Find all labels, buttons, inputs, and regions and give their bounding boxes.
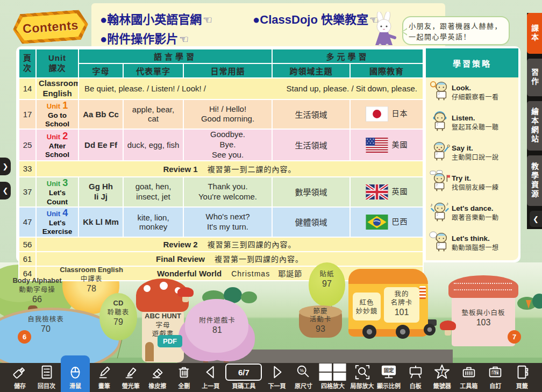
table-row: 17 Unit 1Go to School Aa Bb Cc apple, be…: [19, 99, 423, 130]
label-festival-cards: 節慶 活動卡 93: [301, 308, 340, 334]
tool-four-pane-zoom[interactable]: 四格放大: [318, 363, 348, 392]
strategy-say-it: Say it.主動開口說一說: [426, 138, 518, 168]
bush: [241, 291, 257, 303]
eraser-icon: [149, 363, 166, 381]
right-tab-bar: 課本 習作 繪本網站 教學資源 ❮: [527, 13, 542, 229]
col-header-daily: 日常用語: [183, 63, 272, 78]
tool-eraser[interactable]: 橡皮擦: [145, 363, 170, 392]
svg-text:自訂: 自訂: [491, 370, 499, 375]
col-header-strategy: 學習策略: [426, 48, 518, 77]
link-attachment-videos[interactable]: ●附件操作影片☜: [100, 29, 189, 46]
bottom-toolbar: 儲存 回目次 滑鼠 畫筆 螢光筆 橡皮擦 全刪 上一頁: [0, 363, 542, 392]
tool-page-number[interactable]: 6/7 頁碼工具: [225, 363, 262, 392]
page-marker-right: 7: [508, 330, 521, 344]
strategy-think: Let's think.動動頭腦想一想: [426, 228, 518, 258]
tool-number-picker[interactable]: 7 籤號器: [430, 363, 454, 392]
page-marker-left: 6: [18, 330, 31, 344]
ebook-viewer: Contents ●翰林國小英語官網☜ ●ClassDojo 快樂教室☜ ●附件…: [0, 0, 542, 392]
tool-previous-page[interactable]: 上一頁: [198, 363, 223, 392]
label-stickers: 貼紙 97: [311, 270, 343, 290]
tool-save[interactable]: 儲存: [8, 363, 32, 392]
robot-speak-icon: [428, 140, 452, 166]
monitor-fixed-icon: 固定: [381, 363, 397, 381]
label-abc-hunt: ABC HUNT 字母 遊戲書: [142, 312, 184, 338]
tool-page-tabs[interactable]: 頁籤: [510, 363, 534, 392]
small-mushroom: [440, 320, 456, 330]
expand-left-panel-icon[interactable]: ❯: [0, 158, 11, 175]
brazil-flag-icon: [366, 215, 388, 230]
robot-look-icon: [428, 80, 452, 105]
robot-think-icon: [428, 230, 452, 256]
tool-original-size[interactable]: % 原尺寸: [291, 363, 316, 392]
label-red-lens: 紅色 妙妙鏡: [353, 299, 381, 316]
tool-display-ratio[interactable]: 固定 顯示比例: [376, 363, 401, 392]
col-header-words: 代表單字: [123, 63, 183, 78]
collapse-left-panel-icon[interactable]: ❮: [0, 182, 11, 199]
tool-toolbox[interactable]: 工具箱: [457, 363, 481, 392]
contents-title: Contents: [22, 18, 79, 36]
table-row: 14 Classroom English Be quiet, please. /…: [19, 78, 423, 99]
pink-house-roof: [448, 275, 518, 298]
strategy-dance: ♪♪ Let's dance.跟著音樂動一動: [426, 198, 518, 228]
tool-back-to-contents[interactable]: 回目次: [34, 363, 59, 392]
label-whiteboard-set: 墊板與小白板 103: [452, 309, 515, 329]
strategy-try-it: Try it.找個朋友練一練: [426, 168, 518, 198]
rabbit-mascot: [369, 12, 401, 52]
tool-highlighter[interactable]: 螢光筆: [118, 363, 143, 392]
tool-area-zoom[interactable]: 局部放大: [350, 363, 375, 392]
table-row: 25 Unit 2After School Dd Ee Ff duck, egg…: [19, 129, 423, 160]
link-classdojo[interactable]: ●ClassDojo 快樂教室☜: [253, 10, 379, 27]
collapse-right-panel-icon[interactable]: ❮: [530, 211, 542, 227]
tool-pen[interactable]: 畫筆: [92, 363, 117, 392]
robot-dance-icon: ♪♪: [428, 200, 452, 226]
tool-delete-all[interactable]: 全刪: [172, 363, 196, 392]
label-cd-list: CD 聆聽表 79: [99, 299, 137, 328]
speech-bubble: 小朋友，跟著機器人赫赫， 一起開心學英語！: [402, 16, 510, 45]
star-number-icon: 7: [434, 363, 450, 381]
table-row: 37 Unit 3Let's Count Gg Hh Ii Jj goat, h…: [19, 177, 423, 207]
pdf-link-badge[interactable]: PDF: [158, 335, 182, 347]
whiteboard-icon: [408, 363, 424, 381]
speech-line1: 小朋友，跟著機器人赫赫，: [409, 21, 503, 32]
stripe-decal: [419, 286, 426, 299]
small-mushroom: [177, 287, 194, 297]
table-of-contents-icon: [39, 363, 55, 381]
svg-text:%: %: [300, 368, 304, 373]
label-classroom-english: Classroom English 中譯表 78: [59, 266, 124, 295]
svg-text:7: 7: [440, 369, 444, 375]
table-row: 56 Review 2複習第三到四課的內容。: [19, 237, 423, 252]
robot-listen-icon: [428, 110, 452, 136]
highlighter-icon: [123, 363, 139, 381]
zoom-percent-icon: %: [295, 363, 311, 381]
tool-mouse[interactable]: 滑鼠: [61, 355, 90, 392]
strategy-look: Look.仔細觀察看一看: [426, 77, 518, 108]
tool-next-page[interactable]: 下一頁: [265, 363, 289, 392]
link-hanlin-site[interactable]: ●翰林國小英語官網☜: [100, 10, 212, 27]
robot-practice-icon: [428, 170, 452, 196]
table-row: 47 Unit 4Let's Exercise Kk Ll Mm kite, l…: [19, 207, 423, 237]
four-pane-grid-icon: [318, 363, 347, 381]
col-header-language-learning: 語言學習: [79, 49, 272, 63]
col-header-page: 頁次: [19, 49, 36, 78]
tab-textbook[interactable]: 課本: [527, 13, 542, 54]
page-indicator[interactable]: 6/7: [225, 364, 262, 381]
previous-page-icon: [203, 363, 219, 381]
japan-flag-icon: [366, 106, 388, 122]
tool-whiteboard[interactable]: 白板: [403, 363, 428, 392]
contents-table: 頁次 Unit 課次 語言學習 多元學習 字母 代表單字 日常用語 跨領域主題 …: [18, 48, 424, 281]
tab-picturebook-site[interactable]: 繪本網站: [527, 101, 542, 151]
area-zoom-icon: [354, 363, 370, 381]
contents-badge: Contents: [12, 9, 89, 45]
label-name-card: 我的 名牌卡 101: [384, 290, 419, 318]
pen-icon: [96, 363, 112, 381]
svg-text:固定: 固定: [384, 367, 394, 373]
label-game-cards: 附件遊戲卡 81: [189, 316, 245, 336]
col-header-unit: Unit 課次: [36, 49, 79, 78]
tab-workbook[interactable]: 習作: [527, 59, 542, 96]
speech-line2: 一起開心學英語！: [409, 32, 503, 42]
tool-custom[interactable]: 自訂 自訂: [483, 363, 508, 392]
usb-save-icon: [12, 363, 28, 381]
tab-teaching-resources[interactable]: 教學資源: [527, 155, 542, 206]
col-header-cross-domain: 跨領域主題: [272, 63, 350, 78]
col-header-international: 國際教育: [350, 63, 423, 78]
